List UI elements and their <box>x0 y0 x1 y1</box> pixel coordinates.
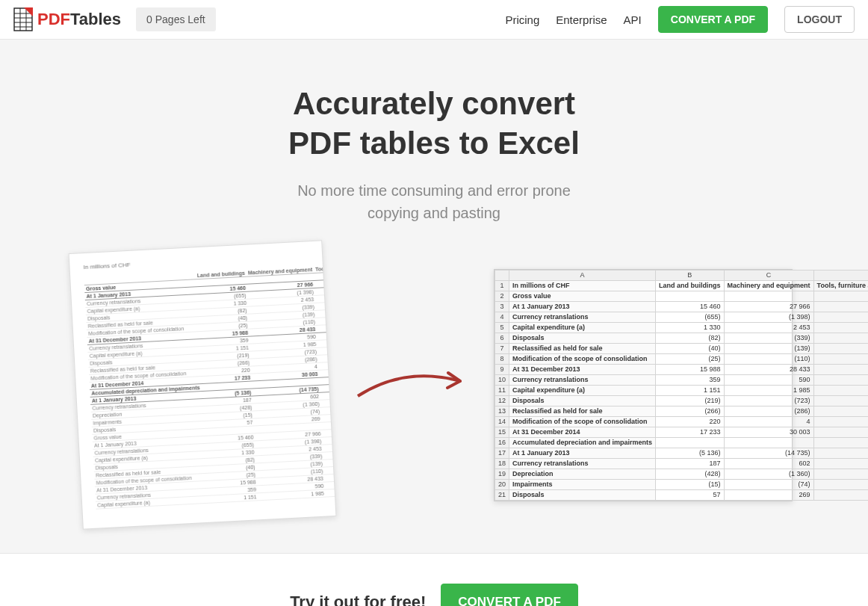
header-left: PDFTables 0 Pages Left <box>13 7 216 31</box>
illustration: In millions of CHF Land and buildingsMac… <box>15 247 853 523</box>
cta-row: Try it out for free! CONVERT A PDF <box>15 584 853 606</box>
top-header: PDFTables 0 Pages Left Pricing Enterpris… <box>0 0 868 40</box>
pdf-preview: In millions of CHF Land and buildingsMac… <box>69 240 337 529</box>
cta-text: Try it out for free! <box>290 593 426 606</box>
hero-title: Accurately convert PDF tables to Excel <box>15 84 853 163</box>
hero-subtitle: No more time consuming and error prone c… <box>15 179 853 224</box>
nav-enterprise[interactable]: Enterprise <box>556 13 607 26</box>
header-right: Pricing Enterprise API CONVERT A PDF LOG… <box>505 6 855 33</box>
logout-button[interactable]: LOGOUT <box>784 6 855 33</box>
cta-section: Try it out for free! CONVERT A PDF How t… <box>0 554 868 606</box>
logo-text: PDFTables <box>37 10 121 29</box>
arrow-icon <box>352 362 471 407</box>
convert-button-header[interactable]: CONVERT A PDF <box>658 6 768 33</box>
excel-preview: ABCD1In millions of CHFLand and building… <box>494 269 793 501</box>
logo[interactable]: PDFTables <box>13 7 121 31</box>
nav-pricing[interactable]: Pricing <box>505 13 539 26</box>
pages-left-badge[interactable]: 0 Pages Left <box>136 7 216 31</box>
convert-button-cta[interactable]: CONVERT A PDF <box>441 584 578 606</box>
nav-api[interactable]: API <box>624 13 642 26</box>
logo-icon <box>13 7 33 31</box>
hero-section: Accurately convert PDF tables to Excel N… <box>0 40 868 554</box>
